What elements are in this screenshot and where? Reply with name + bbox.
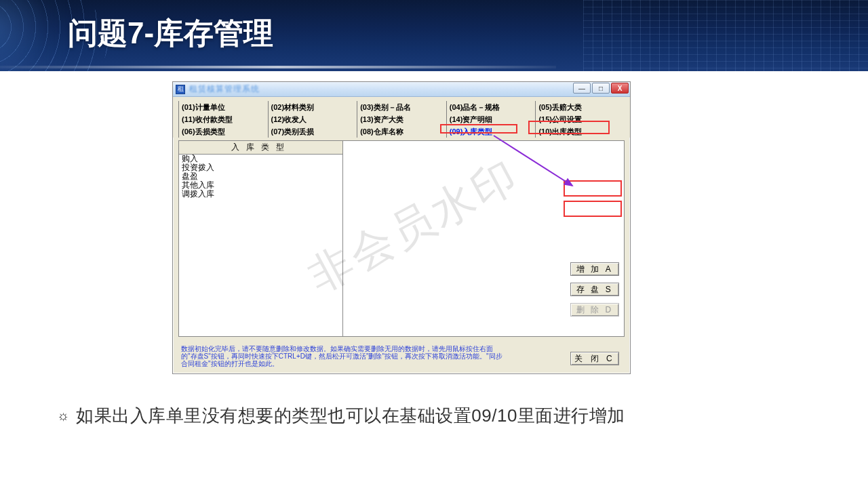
sun-icon: ☼ xyxy=(57,408,69,424)
list-left: 入库类型 购入 投资拨入 盘盈 其他入库 调拨入库 xyxy=(178,140,343,337)
slide-title: 问题7-库存管理 xyxy=(68,14,273,54)
header-underline xyxy=(0,66,556,68)
minimize-button[interactable]: — xyxy=(573,83,591,94)
maximize-button[interactable]: □ xyxy=(592,83,610,94)
tab-07[interactable]: (07)类别丢损 xyxy=(268,125,357,138)
close-window-button[interactable]: X xyxy=(611,83,629,94)
tab-12[interactable]: (12)收发人 xyxy=(268,113,357,125)
footer-message: 数据初始化完毕后，请不要随意删除和修改数据。如果确实需要删除无用的数据时，请先用… xyxy=(178,345,504,367)
tab-08[interactable]: (08)仓库名称 xyxy=(357,125,446,138)
list-item[interactable]: 投资拨入 xyxy=(179,163,342,172)
tab-13[interactable]: (13)资产大类 xyxy=(357,113,446,125)
tab-10[interactable]: (10)出库类型 xyxy=(535,125,625,138)
tab-02[interactable]: (02)材料类别 xyxy=(268,101,357,113)
app-window: 租 租赁核算管理系统 — □ X (01)计量单位 (02)材料类别 (03)类… xyxy=(172,81,631,374)
list-item[interactable]: 调拨入库 xyxy=(179,190,342,199)
save-button[interactable]: 存 盘 S xyxy=(570,283,619,296)
add-button[interactable]: 增 加 A xyxy=(570,262,619,276)
tab-06[interactable]: (06)丢损类型 xyxy=(178,125,268,138)
delete-button[interactable]: 删 除 D xyxy=(570,303,619,317)
tab-04[interactable]: (04)品名－规格 xyxy=(446,101,536,113)
tab-01[interactable]: (01)计量单位 xyxy=(178,101,268,113)
app-icon: 租 xyxy=(176,85,185,94)
list-panel: 入库类型 购入 投资拨入 盘盈 其他入库 调拨入库 xyxy=(178,140,625,337)
tab-03[interactable]: (03)类别－品名 xyxy=(357,101,446,113)
app-title: 租赁核算管理系统 xyxy=(189,83,260,95)
titlebar: 租 租赁核算管理系统 — □ X xyxy=(173,82,630,97)
tab-09[interactable]: (09)入库类型 xyxy=(446,125,536,138)
list-header: 入库类型 xyxy=(179,140,342,155)
caption-row: ☼ 如果出入库单里没有想要的类型也可以在基础设置09/10里面进行增加 xyxy=(57,404,625,428)
tab-15[interactable]: (15)公司设置 xyxy=(535,113,625,125)
tab-11[interactable]: (11)收付款类型 xyxy=(178,113,268,125)
footer-bar: 数据初始化完毕后，请不要随意删除和修改数据。如果确实需要删除无用的数据时，请先用… xyxy=(178,345,625,368)
tab-14[interactable]: (14)资产明细 xyxy=(446,113,536,125)
caption-text: 如果出入库单里没有想要的类型也可以在基础设置09/10里面进行增加 xyxy=(76,404,625,428)
tab-05[interactable]: (05)丢赔大类 xyxy=(535,101,625,113)
close-button[interactable]: 关 闭 C xyxy=(570,352,619,365)
tab-region: (01)计量单位 (02)材料类别 (03)类别－品名 (04)品名－规格 (0… xyxy=(173,97,630,138)
